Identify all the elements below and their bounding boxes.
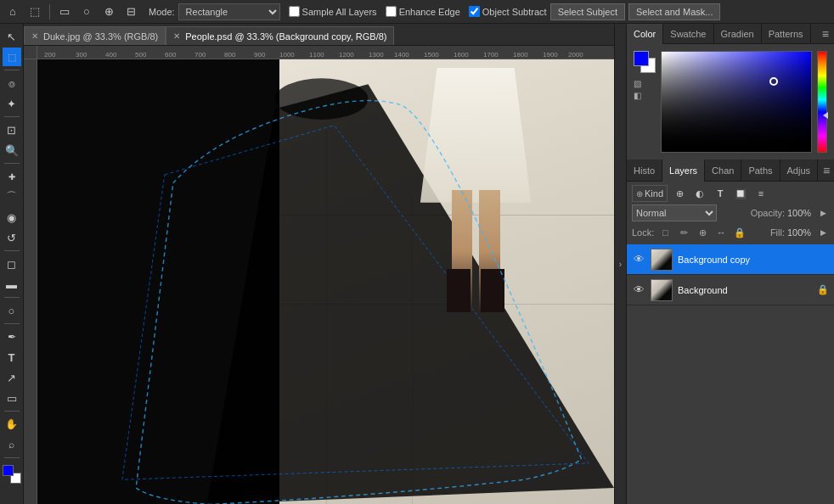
filter-shape-icon[interactable]: 🔲: [732, 185, 749, 202]
move-selection-icon[interactable]: ⊕: [99, 3, 118, 21]
foreground-color-swatch[interactable]: [634, 51, 649, 66]
layer-visibility-toggle-bg[interactable]: 👁: [632, 283, 645, 296]
eraser-tool[interactable]: ◻: [3, 255, 21, 273]
white-dress: [420, 68, 531, 203]
fill-label: Fill:: [770, 227, 785, 238]
person-figure: [441, 68, 510, 312]
magic-wand-tool[interactable]: ✦: [3, 94, 21, 113]
fill-value: 100%: [787, 227, 814, 238]
swatches-tab[interactable]: Swatche: [663, 24, 713, 44]
lasso-tool[interactable]: ⌾: [3, 74, 21, 92]
lock-artboard-icon[interactable]: ↔: [713, 225, 729, 240]
layer-thumbnail-copy: [651, 249, 673, 271]
top-toolbar: ⌂ ⬚ ▭ ○ ⊕ ⊟ Mode: Rectangle Sample All L…: [0, 0, 834, 24]
color-gradient-picker[interactable]: [661, 51, 812, 153]
channels-tab[interactable]: Chan: [705, 160, 741, 182]
dodge-tool[interactable]: ○: [3, 301, 21, 320]
blend-mode-select[interactable]: Normal: [632, 204, 717, 221]
layers-tab[interactable]: Layers: [662, 160, 705, 182]
mask-icon[interactable]: ▧: [634, 79, 656, 88]
color-panel: Color Swatche Gradien Patterns ≡ ▧ ◧: [627, 24, 834, 160]
hand-tool[interactable]: ✋: [3, 415, 21, 434]
ruler-tick-1300: 1300: [369, 51, 384, 59]
select-subject-button[interactable]: Select Subject: [550, 3, 625, 20]
layer-visibility-toggle-copy[interactable]: 👁: [632, 253, 645, 266]
tab-duke[interactable]: ✕ Duke.jpg @ 33.3% (RGB/8): [24, 26, 166, 45]
color-panel-menu-icon[interactable]: ≡: [817, 27, 834, 41]
toolbar-fg-swatch[interactable]: [3, 465, 14, 476]
filter-adj-icon[interactable]: ◐: [691, 185, 708, 202]
layer-item-background-copy[interactable]: 👁 Background copy: [627, 244, 834, 275]
history-tool[interactable]: ↺: [3, 228, 21, 247]
filter-smart-icon[interactable]: ≡: [752, 185, 769, 202]
layers-panel-menu-icon[interactable]: ≡: [818, 164, 834, 177]
ruler-tick-900: 900: [254, 51, 265, 59]
ruler-tick-1500: 1500: [424, 51, 439, 59]
canvas-with-rulers: 200 300 400 500 600 700 800 900 1000 110…: [24, 46, 614, 504]
healing-tool[interactable]: ✚: [3, 167, 21, 186]
color-swatches-col: ▧ ◧: [634, 51, 656, 153]
opacity-arrow-icon[interactable]: ▶: [817, 204, 829, 221]
tab-close-duke[interactable]: ✕: [31, 32, 38, 41]
panel-expand-button[interactable]: ›: [614, 24, 626, 504]
color-picker-area: ▧ ◧: [627, 44, 834, 160]
ruler-tick-1800: 1800: [513, 51, 528, 59]
gradient-tab[interactable]: Gradien: [714, 24, 762, 44]
canvas-bg: [37, 59, 614, 504]
ruler-tick-1100: 1100: [309, 51, 324, 59]
adjustments-tab[interactable]: Adjus: [780, 160, 819, 182]
subtract-icon[interactable]: ⊟: [121, 3, 140, 21]
mode-select[interactable]: Rectangle: [178, 3, 280, 20]
object-subtract-checkbox[interactable]: [469, 6, 480, 17]
filter-pixel-icon[interactable]: ⊕: [671, 185, 688, 202]
filter-type-icon[interactable]: T: [712, 185, 729, 202]
opacity-group: Opacity: 100% ▶: [751, 204, 829, 221]
enhance-edge-checkbox[interactable]: [386, 6, 397, 17]
marquee-tool[interactable]: ⬚: [3, 48, 21, 66]
home-icon[interactable]: ⌂: [3, 3, 22, 21]
eyedropper-tool[interactable]: 🔍: [3, 141, 21, 160]
layer-lock-icon: 🔒: [817, 284, 829, 295]
lock-label: Lock:: [632, 227, 654, 238]
clone-tool[interactable]: ◉: [3, 208, 21, 227]
shape-tool[interactable]: ▭: [3, 389, 21, 407]
select-and-mask-button[interactable]: Select and Mask...: [628, 3, 721, 20]
lock-position-icon[interactable]: ⊕: [695, 225, 710, 240]
rect-select-icon[interactable]: ▭: [55, 3, 74, 21]
fill-arrow-icon[interactable]: ▶: [817, 224, 829, 241]
canvas-image[interactable]: [37, 59, 614, 504]
type-tool[interactable]: T: [3, 348, 21, 367]
path-select-tool[interactable]: ↗: [3, 368, 21, 387]
brush-tool[interactable]: ⌒: [3, 188, 21, 206]
tab-people[interactable]: ✕ People.psd @ 33.3% (Background copy, R…: [166, 26, 394, 45]
tab-close-people[interactable]: ✕: [173, 32, 180, 41]
hue-indicator: [823, 112, 828, 119]
ruler-tick-2000: 2000: [568, 51, 583, 59]
horizontal-ruler: 200 300 400 500 600 700 800 900 1000 110…: [37, 46, 614, 59]
paths-tab[interactable]: Paths: [741, 160, 780, 182]
tab-label-duke: Duke.jpg @ 33.3% (RGB/8): [43, 31, 158, 42]
right-panel: Color Swatche Gradien Patterns ≡ ▧ ◧: [626, 24, 834, 504]
channel-icon[interactable]: ◧: [634, 91, 656, 100]
hue-slider[interactable]: [817, 51, 827, 153]
lock-all-icon[interactable]: 🔒: [732, 225, 747, 240]
patterns-tab[interactable]: Patterns: [762, 24, 811, 44]
gradient-tool[interactable]: ▬: [3, 275, 21, 294]
pen-tool[interactable]: ✒: [3, 328, 21, 346]
sample-all-layers-checkbox[interactable]: [289, 6, 300, 17]
left-toolbar: ↖ ⬚ ⌾ ✦ ⊡ 🔍 ✚ ⌒ ◉ ↺ ◻ ▬ ○ ✒ T ↗ ▭ ✋ ⌕: [0, 24, 24, 504]
color-panel-tabs: Color Swatche Gradien Patterns ≡: [627, 24, 834, 44]
move-tool[interactable]: ↖: [3, 27, 21, 46]
lock-transparent-icon[interactable]: □: [657, 225, 673, 240]
ellipse-select-icon[interactable]: ○: [77, 3, 96, 21]
color-picker-cursor: [769, 77, 778, 86]
color-tab[interactable]: Color: [627, 24, 663, 44]
color-gradient-canvas[interactable]: [662, 52, 811, 152]
layer-item-background[interactable]: 👁 Background 🔒: [627, 275, 834, 305]
zoom-tool[interactable]: ⌕: [3, 435, 21, 454]
crop-tool[interactable]: ⊡: [3, 120, 21, 139]
tool-options-icon[interactable]: ⬚: [25, 3, 44, 21]
lock-pixel-icon[interactable]: ✏: [676, 225, 691, 240]
tab-label-people: People.psd @ 33.3% (Background copy, RGB…: [185, 31, 386, 42]
histogram-tab[interactable]: Histo: [627, 160, 662, 182]
